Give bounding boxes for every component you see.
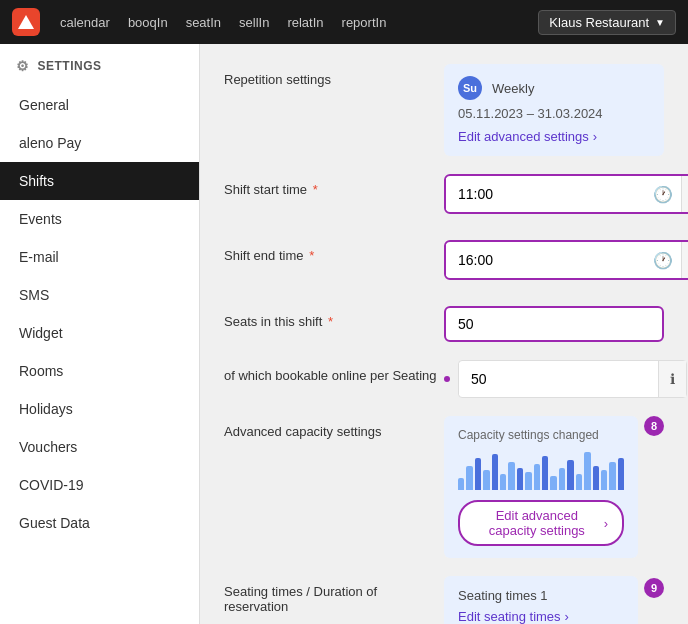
capacity-card: Capacity settings changed	[444, 416, 638, 558]
chart-bar-9	[525, 472, 531, 490]
seats-label: Seats in this shift *	[224, 306, 444, 329]
chart-bar-17	[593, 466, 599, 490]
chart-bar-10	[534, 464, 540, 490]
edit-capacity-button[interactable]: Edit advanced capacity settings ›	[458, 500, 624, 546]
sidebar-item-general[interactable]: General	[0, 86, 199, 124]
seating-times-label: Seating times / Duration of reservation	[224, 576, 444, 614]
sidebar-settings-label: SETTINGS	[38, 59, 102, 73]
bookable-control: ℹ	[444, 360, 687, 398]
chart-bar-16	[584, 452, 590, 490]
sidebar-item-email[interactable]: E-mail	[0, 238, 199, 276]
chart-bar-1	[458, 478, 464, 490]
gear-icon: ⚙	[16, 58, 30, 74]
chevron-down-icon: ▼	[655, 17, 665, 28]
step-badge-8: 8	[644, 416, 664, 436]
shift-start-row: Shift start time * 🕐 ℹ 7	[224, 174, 664, 222]
chart-bar-11	[542, 456, 548, 490]
bookable-info-button[interactable]: ℹ	[658, 361, 686, 397]
required-marker-seats: *	[328, 314, 333, 329]
shift-end-input[interactable]	[446, 244, 645, 276]
bookable-input[interactable]	[459, 363, 658, 395]
shift-end-label: Shift end time *	[224, 240, 444, 263]
seating-card: Seating times 1 Edit seating times ›	[444, 576, 638, 624]
shift-end-input-group: 🕐 ℹ	[444, 240, 688, 280]
shift-start-label: Shift start time *	[224, 174, 444, 197]
clock-icon: 🕐	[645, 185, 681, 204]
nav-calendar[interactable]: calendar	[60, 15, 110, 30]
chart-bar-5	[492, 454, 498, 490]
day-badge: Su	[458, 76, 482, 100]
shift-start-info-button[interactable]: ℹ	[681, 176, 688, 212]
shift-start-input-group: 🕐 ℹ	[444, 174, 688, 214]
topnav: calendar booqIn seatIn sellIn relatIn re…	[0, 0, 688, 44]
shift-start-control: 🕐 ℹ 7	[444, 174, 688, 222]
capacity-chart	[458, 450, 624, 490]
seats-control	[444, 306, 664, 342]
edit-advanced-settings-link[interactable]: Edit advanced settings ›	[458, 129, 650, 144]
sidebar-item-rooms[interactable]: Rooms	[0, 352, 199, 390]
repetition-control: Su Weekly 05.11.2023 – 31.03.2024 Edit a…	[444, 64, 664, 156]
capacity-changed-text: Capacity settings changed	[458, 428, 624, 442]
chart-bar-12	[550, 476, 556, 490]
shift-end-control: 🕐 ℹ	[444, 240, 688, 288]
repetition-row: Repetition settings Su Weekly 05.11.2023…	[224, 64, 664, 156]
chevron-right-icon: ›	[593, 129, 597, 144]
sidebar-header: ⚙ SETTINGS	[0, 44, 199, 86]
required-marker-end: *	[309, 248, 314, 263]
shift-start-input[interactable]	[446, 178, 645, 210]
chart-bar-8	[517, 468, 523, 490]
advanced-capacity-row: Advanced capacity settings Capacity sett…	[224, 416, 664, 558]
edit-seating-times-link[interactable]: Edit seating times ›	[458, 609, 624, 624]
seats-row: Seats in this shift *	[224, 306, 664, 342]
seats-input-box	[444, 306, 664, 342]
bookable-label: of which bookable online per Seating	[224, 360, 444, 383]
chevron-right-icon-seating: ›	[565, 609, 569, 624]
sidebar-item-guest-data[interactable]: Guest Data	[0, 504, 199, 542]
chart-bar-4	[483, 470, 489, 490]
sidebar-item-covid[interactable]: COVID-19	[0, 466, 199, 504]
frequency-text: Weekly	[492, 81, 534, 96]
chart-bar-13	[559, 468, 565, 490]
chart-bar-6	[500, 474, 506, 490]
chart-bar-3	[475, 458, 481, 490]
seating-times-row: Seating times / Duration of reservation …	[224, 576, 664, 624]
chevron-right-icon-capacity: ›	[604, 516, 608, 531]
advanced-capacity-label: Advanced capacity settings	[224, 416, 444, 439]
bookable-input-row: ℹ	[444, 360, 687, 398]
shift-end-info-button[interactable]: ℹ	[681, 242, 688, 278]
step-badge-9: 9	[644, 578, 664, 598]
page-layout: ⚙ SETTINGS General aleno Pay Shifts Even…	[0, 44, 688, 624]
advanced-capacity-control: Capacity settings changed	[444, 416, 664, 558]
seats-input[interactable]	[458, 316, 650, 332]
nav-booqin[interactable]: booqIn	[128, 15, 168, 30]
restaurant-selector[interactable]: Klaus Restaurant ▼	[538, 10, 676, 35]
nav-relatin[interactable]: relatIn	[287, 15, 323, 30]
chart-bar-19	[609, 462, 615, 490]
sidebar-item-holidays[interactable]: Holidays	[0, 390, 199, 428]
shift-end-row: Shift end time * 🕐 ℹ	[224, 240, 664, 288]
main-content: Repetition settings Su Weekly 05.11.2023…	[200, 44, 688, 624]
chart-bar-15	[576, 474, 582, 490]
logo[interactable]	[12, 8, 40, 36]
seating-times-text: Seating times 1	[458, 588, 624, 603]
nav-seatin[interactable]: seatIn	[186, 15, 221, 30]
sidebar-item-vouchers[interactable]: Vouchers	[0, 428, 199, 466]
seating-times-control: Seating times 1 Edit seating times › 9	[444, 576, 664, 624]
required-marker: *	[313, 182, 318, 197]
sidebar-item-shifts[interactable]: Shifts	[0, 162, 199, 200]
sidebar-item-widget[interactable]: Widget	[0, 314, 199, 352]
nav-sellin[interactable]: sellIn	[239, 15, 269, 30]
sidebar-item-sms[interactable]: SMS	[0, 276, 199, 314]
repetition-card: Su Weekly 05.11.2023 – 31.03.2024 Edit a…	[444, 64, 664, 156]
bookable-row: of which bookable online per Seating ℹ	[224, 360, 664, 398]
chart-bar-2	[466, 466, 472, 490]
nav-reportin[interactable]: reportIn	[342, 15, 387, 30]
chart-bar-18	[601, 470, 607, 490]
sidebar-item-aleno-pay[interactable]: aleno Pay	[0, 124, 199, 162]
sidebar: ⚙ SETTINGS General aleno Pay Shifts Even…	[0, 44, 200, 624]
restaurant-name: Klaus Restaurant	[549, 15, 649, 30]
repetition-label: Repetition settings	[224, 64, 444, 87]
bookable-input-wrap: ℹ	[458, 360, 687, 398]
chart-bar-20	[618, 458, 624, 490]
sidebar-item-events[interactable]: Events	[0, 200, 199, 238]
